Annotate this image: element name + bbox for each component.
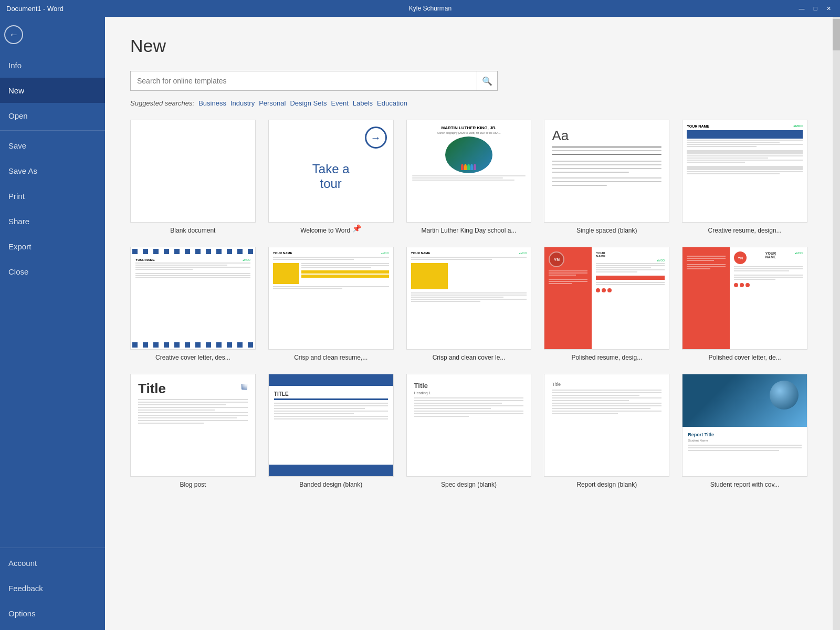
template-blog-thumb: Title ▦ (130, 374, 256, 477)
back-button[interactable]: ← (0, 21, 27, 48)
template-student-report[interactable]: Report Title Student Name Student report… (682, 374, 807, 488)
template-polished-resume[interactable]: YN YOURNAME ●MOO (544, 247, 669, 361)
page-title: New (130, 36, 807, 56)
suggested-labels[interactable]: Labels (353, 99, 373, 107)
template-blank[interactable]: Blank document (130, 120, 256, 234)
back-icon: ← (4, 25, 23, 44)
template-crisp-resume-thumb: YOUR NAME ●MOO (268, 247, 394, 350)
sidebar-item-save-as[interactable]: Save As (0, 158, 105, 183)
sidebar-item-export[interactable]: Export (0, 234, 105, 259)
suggested-label: Suggested searches: (130, 99, 194, 107)
template-tour-thumb: → Take atour (268, 120, 394, 223)
template-crisp-cover-label: Crisp and clean cover le... (406, 354, 532, 361)
search-container: 🔍 (130, 71, 498, 91)
sidebar-item-new[interactable]: New (0, 78, 105, 103)
template-creative-resume[interactable]: YOUR NAME ●MOO (682, 120, 807, 234)
template-single-spaced[interactable]: Aa (544, 120, 669, 234)
suggested-searches: Suggested searches: Business Industry Pe… (130, 99, 807, 107)
sidebar-divider-2 (0, 548, 105, 548)
template-blank-thumb (130, 120, 256, 223)
sidebar-item-options[interactable]: Options (0, 601, 105, 626)
template-crisp-resume[interactable]: YOUR NAME ●MOO (268, 247, 394, 361)
template-polished-cover[interactable]: YN YOURNAME ●MOO (682, 247, 807, 361)
content-area: New 🔍 Suggested searches: Business Indus… (105, 17, 833, 630)
suggested-business[interactable]: Business (198, 99, 226, 107)
sidebar-item-feedback[interactable]: Feedback (0, 575, 105, 601)
template-creative-resume-label: Creative resume, design... (682, 227, 807, 234)
template-report[interactable]: Title (544, 374, 669, 488)
template-report-label: Report design (blank) (544, 481, 669, 488)
sidebar-item-share[interactable]: Share (0, 208, 105, 234)
template-single-spaced-label: Single spaced (blank) (544, 227, 669, 234)
sidebar-divider-1 (0, 130, 105, 131)
template-blog[interactable]: Title ▦ (130, 374, 256, 488)
template-blog-label: Blog post (130, 481, 256, 488)
template-mlk-label: Martin Luther King Day school a... (406, 227, 532, 234)
template-student-report-thumb: Report Title Student Name (682, 374, 807, 477)
template-polished-cover-label: Polished cover letter, de... (682, 354, 807, 361)
template-spec[interactable]: Title Heading 1 (406, 374, 532, 488)
main-content: New 🔍 Suggested searches: Business Indus… (105, 17, 840, 630)
suggested-design-sets[interactable]: Design Sets (290, 99, 327, 107)
sidebar-item-save[interactable]: Save (0, 133, 105, 158)
sidebar-item-print[interactable]: Print (0, 183, 105, 208)
search-button[interactable]: 🔍 (477, 71, 498, 91)
template-cover-letter[interactable]: YOUR NAME●MOO (130, 247, 256, 361)
template-mlk-thumb: MARTIN LUTHER KING, JR. A short biograph… (406, 120, 532, 223)
close-button[interactable]: ✕ (824, 4, 834, 13)
sidebar: ← Info New Open Save Save As Print Share… (0, 17, 105, 630)
template-spec-label: Spec design (blank) (406, 481, 532, 488)
template-crisp-cover-thumb: YOUR NAME ●MOO (406, 247, 532, 350)
maximize-button[interactable]: □ (811, 4, 820, 13)
sidebar-item-close[interactable]: Close (0, 259, 105, 284)
titlebar: Document1 - Word Kyle Schurman — □ ✕ (0, 0, 840, 17)
scrollbar-track[interactable] (833, 17, 840, 630)
minimize-button[interactable]: — (797, 4, 806, 13)
titlebar-user: Kyle Schurman (409, 5, 452, 12)
suggested-education[interactable]: Education (377, 99, 407, 107)
template-polished-resume-label: Polished resume, desig... (544, 354, 669, 361)
template-spec-thumb: Title Heading 1 (406, 374, 532, 477)
suggested-industry[interactable]: Industry (230, 99, 255, 107)
templates-grid: Blank document → Take atour Welcome to W… (130, 120, 807, 488)
template-banded-label: Banded design (blank) (268, 481, 394, 488)
template-student-report-label: Student report with cov... (682, 481, 807, 488)
pin-icon: 📌 (352, 224, 361, 233)
template-banded[interactable]: TITLE (268, 374, 394, 488)
template-tour-label: Welcome to Word (300, 227, 350, 234)
template-cover-letter-thumb: YOUR NAME●MOO (130, 247, 256, 350)
template-report-thumb: Title (544, 374, 669, 477)
suggested-personal[interactable]: Personal (259, 99, 286, 107)
sidebar-item-info[interactable]: Info (0, 52, 105, 78)
template-mlk[interactable]: MARTIN LUTHER KING, JR. A short biograph… (406, 120, 532, 234)
titlebar-title: Document1 - Word (6, 5, 64, 13)
template-single-spaced-thumb: Aa (544, 120, 669, 223)
sidebar-item-open[interactable]: Open (0, 103, 105, 128)
template-tour[interactable]: → Take atour Welcome to Word 📌 (268, 120, 394, 234)
template-crisp-cover[interactable]: YOUR NAME ●MOO (406, 247, 532, 361)
template-cover-letter-label: Creative cover letter, des... (130, 354, 256, 361)
search-input[interactable] (130, 71, 477, 91)
scrollbar-thumb[interactable] (833, 19, 840, 50)
template-blank-label: Blank document (130, 227, 256, 234)
template-banded-thumb: TITLE (268, 374, 394, 477)
template-creative-resume-thumb: YOUR NAME ●MOO (682, 120, 807, 223)
template-polished-resume-thumb: YN YOURNAME ●MOO (544, 247, 669, 350)
sidebar-item-account[interactable]: Account (0, 550, 105, 575)
suggested-event[interactable]: Event (331, 99, 349, 107)
template-polished-cover-thumb: YN YOURNAME ●MOO (682, 247, 807, 350)
template-crisp-resume-label: Crisp and clean resume,... (268, 354, 394, 361)
